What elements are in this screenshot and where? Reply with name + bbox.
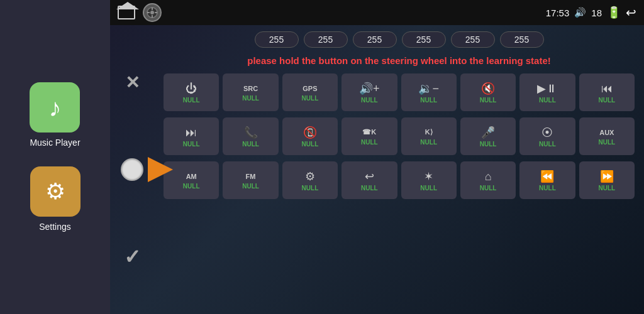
slider-handle[interactable]	[121, 158, 143, 181]
btn-aux-null: NULL	[598, 139, 615, 146]
pill-6[interactable]: 255	[500, 31, 544, 48]
btn-home-null: NULL	[480, 185, 497, 192]
pill-5[interactable]: 255	[451, 31, 495, 48]
rewind-icon: ⏪	[540, 171, 554, 182]
vol-up-icon: 🔊+	[359, 83, 380, 94]
music-player-icon-bg: ♪	[30, 82, 80, 133]
btn-am-null: NULL	[183, 183, 200, 190]
btn-k-end-null: NULL	[420, 139, 437, 146]
btn-power[interactable]: ⏻ NULL	[164, 73, 219, 111]
volume-icon: 🔊	[574, 7, 586, 18]
topbar: 17:53 🔊 18 🔋 ↩	[110, 0, 644, 25]
volume-value: 18	[591, 8, 602, 18]
src-icon: SRC	[243, 85, 258, 92]
time-display: 17:53	[546, 8, 570, 18]
right-panel: 255 255 255 255 255 255 please hold the …	[154, 25, 644, 314]
btn-prev-track-null: NULL	[598, 97, 615, 104]
sidebar-item-settings[interactable]: ⚙ Settings	[30, 166, 80, 232]
orange-arrow-icon	[148, 157, 173, 182]
btn-record-null: NULL	[539, 141, 556, 148]
value-pills-row: 255 255 255 255 255 255	[164, 31, 635, 48]
btn-record[interactable]: ⦿ NULL	[519, 117, 575, 155]
btn-call-k[interactable]: ☎K NULL	[341, 117, 397, 155]
btn-call[interactable]: 📞 NULL	[223, 117, 278, 155]
btn-prev-track[interactable]: ⏮ NULL	[579, 73, 635, 111]
instruction-message: please hold the button on the steering w…	[164, 54, 635, 67]
btn-fwd-null: NULL	[598, 185, 615, 192]
content-area: ✕ ✓ 255 255 255 255 255 255 please hold …	[110, 25, 644, 314]
play-pause-icon: ▶⏸	[537, 83, 557, 94]
settings-label: Settings	[39, 222, 71, 232]
btn-back[interactable]: ↩ NULL	[341, 161, 397, 199]
btn-settings-null: NULL	[302, 185, 319, 192]
btn-k-end[interactable]: K⟩ NULL	[401, 117, 457, 155]
btn-rew-null: NULL	[539, 185, 556, 192]
topbar-right: 17:53 🔊 18 🔋 ↩	[546, 5, 636, 20]
btn-fm-null: NULL	[242, 183, 259, 190]
confirm-button[interactable]: ✓	[118, 243, 146, 271]
vol-down-icon: 🔉−	[418, 83, 439, 94]
battery-icon: 🔋	[607, 6, 621, 19]
cancel-button[interactable]: ✕	[118, 68, 146, 96]
btn-gps-null: NULL	[302, 95, 319, 102]
btn-mic[interactable]: 🎤 NULL	[460, 117, 516, 155]
svg-point-1	[150, 11, 154, 14]
gps-icon: GPS	[303, 85, 317, 92]
pill-3[interactable]: 255	[353, 31, 397, 48]
btn-hangup[interactable]: 📵 NULL	[282, 117, 338, 155]
btn-call-k-null: NULL	[361, 139, 378, 146]
btn-src[interactable]: SRC NULL	[223, 73, 278, 111]
btn-bluetooth[interactable]: ✶ NULL	[401, 161, 457, 199]
music-note-icon: ♪	[48, 94, 61, 122]
mute-icon: 🔇	[481, 83, 495, 94]
sidebar: ♪ Music Player ⚙ Settings	[0, 0, 110, 314]
hangup-icon: 📵	[303, 127, 317, 138]
record-icon: ⦿	[541, 127, 553, 138]
check-icon: ✓	[124, 245, 141, 269]
btn-settings[interactable]: ⚙ NULL	[282, 161, 338, 199]
btn-home[interactable]: ⌂ NULL	[460, 161, 516, 199]
nav-inner-svg	[146, 6, 158, 19]
music-player-label: Music Player	[30, 138, 80, 148]
btn-vol-up[interactable]: 🔊+ NULL	[341, 73, 397, 111]
back-btn-icon: ↩	[365, 171, 374, 182]
k-end-icon: K⟩	[425, 128, 433, 136]
btn-mic-null: NULL	[480, 141, 497, 148]
bluetooth-icon: ✶	[424, 171, 433, 182]
btn-call-null: NULL	[242, 141, 259, 148]
btn-aux[interactable]: AUX NULL	[579, 117, 635, 155]
btn-hangup-null: NULL	[302, 141, 319, 148]
nav-circle-icon[interactable]	[143, 3, 162, 22]
btn-vol-up-null: NULL	[361, 97, 378, 104]
am-icon: AM	[186, 173, 197, 180]
main-area: 17:53 🔊 18 🔋 ↩ ✕ ✓ 255 255	[110, 0, 644, 314]
pill-1[interactable]: 255	[255, 31, 299, 48]
settings-gear-icon: ⚙	[45, 178, 65, 205]
btn-rew[interactable]: ⏪ NULL	[519, 161, 575, 199]
btn-play-pause[interactable]: ▶⏸ NULL	[519, 73, 575, 111]
call-k-icon: ☎K	[362, 128, 376, 136]
btn-next-track[interactable]: ⏭ NULL	[164, 117, 219, 155]
btn-fm[interactable]: FM NULL	[223, 161, 278, 199]
pill-4[interactable]: 255	[402, 31, 446, 48]
btn-power-null: NULL	[183, 97, 200, 104]
btn-mute[interactable]: 🔇 NULL	[460, 73, 516, 111]
btn-vol-down-null: NULL	[420, 97, 437, 104]
aux-icon: AUX	[599, 129, 614, 136]
pill-2[interactable]: 255	[304, 31, 348, 48]
prev-track-icon: ⏮	[601, 83, 613, 94]
button-grid-row1: ⏻ NULL SRC NULL GPS NULL 🔊+ NULL 🔉−	[164, 73, 635, 111]
home-icon[interactable]	[118, 6, 135, 19]
btn-vol-down[interactable]: 🔉− NULL	[401, 73, 457, 111]
topbar-left	[118, 3, 162, 22]
btn-fwd[interactable]: ⏩ NULL	[579, 161, 635, 199]
button-grid-row3: AM NULL FM NULL ⚙ NULL ↩ NULL ✶ NULL	[164, 161, 635, 199]
btn-next-track-null: NULL	[183, 141, 200, 148]
btn-bluetooth-null: NULL	[420, 185, 437, 192]
mic-icon: 🎤	[481, 127, 495, 138]
btn-play-pause-null: NULL	[539, 97, 556, 104]
back-icon[interactable]: ↩	[626, 5, 636, 20]
next-track-icon: ⏭	[186, 127, 197, 138]
sidebar-item-music[interactable]: ♪ Music Player	[30, 82, 80, 148]
btn-gps[interactable]: GPS NULL	[282, 73, 338, 111]
